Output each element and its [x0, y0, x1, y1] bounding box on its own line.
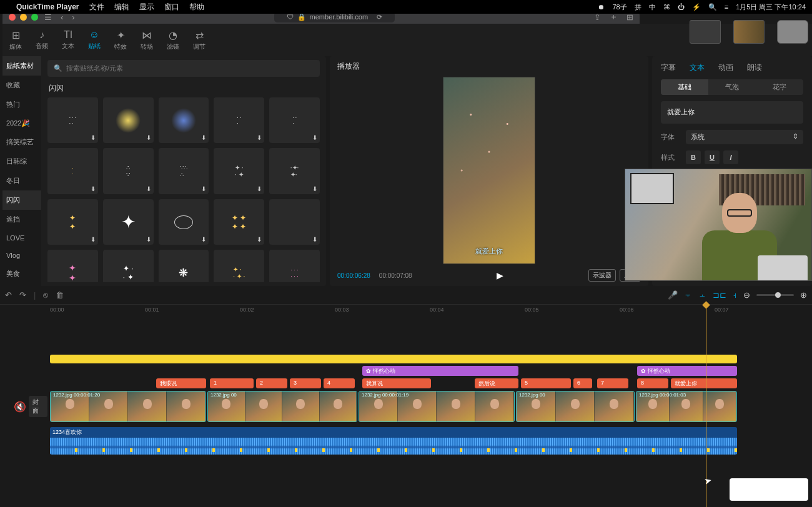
cat-jpkr[interactable]: 日韩综 — [2, 152, 41, 171]
subtitle-clip[interactable]: 就算说 — [362, 378, 431, 388]
subtab-fancy[interactable]: 花字 — [756, 79, 803, 95]
status-battery-icon[interactable]: ⚡ — [692, 3, 701, 11]
sticker-item[interactable]: ⬇ — [269, 199, 320, 245]
status-ime2[interactable]: 中 — [649, 2, 656, 12]
status-cmd-icon[interactable]: ⌘ — [663, 3, 670, 11]
subtitle-clip[interactable]: 3 — [290, 378, 321, 388]
sticker-item[interactable]: ✦⬇ — [103, 199, 154, 245]
subtitle-clip[interactable]: 1 — [210, 378, 254, 388]
zoom-in-icon[interactable]: ⊕ — [800, 290, 807, 300]
desktop-drive[interactable] — [777, 20, 808, 44]
sticker-item[interactable]: · ·⬇ — [47, 148, 98, 194]
video-clip-2[interactable]: 1232.jpg 00 — [207, 391, 357, 422]
desktop-file-1[interactable] — [690, 20, 721, 44]
status-ime1[interactable]: 拼 — [635, 2, 641, 12]
cover-button[interactable]: 封面 — [29, 396, 47, 417]
tab-read[interactable]: 朗读 — [747, 62, 762, 73]
sticker-item[interactable]: ❋⬇ — [159, 250, 209, 282]
audio-clip[interactable]: 1234喜欢你 — [50, 427, 737, 455]
video-clip-5[interactable]: 1232.jpg 00:00:01:03 — [636, 391, 737, 422]
time-ruler[interactable]: 00:00 00:01 00:02 00:03 00:04 00:05 00:0… — [50, 305, 812, 316]
cat-winter[interactable]: 冬日 — [2, 171, 41, 190]
tool-media[interactable]: ⊞媒体 — [2, 24, 29, 56]
sticker-item[interactable]: · ··⬇ — [214, 97, 264, 143]
video-track[interactable]: 🔇 封面 1232.jpg 00:00:01:20 1232.jpg 00 12… — [50, 391, 812, 422]
subtab-bubble[interactable]: 气泡 — [708, 79, 756, 95]
underline-button[interactable]: U — [705, 150, 720, 164]
mic-icon[interactable]: 🎤 — [668, 290, 678, 300]
subtitle-clip[interactable]: 2 — [256, 378, 287, 388]
tool-audio[interactable]: ♪音频 — [29, 24, 55, 56]
tab-subtitle[interactable]: 字幕 — [661, 62, 676, 73]
sticker-item[interactable]: ✦ ·· ✦⬇ — [214, 148, 264, 194]
effect-clip[interactable] — [50, 355, 737, 363]
magnet-icon[interactable]: ⊐⊏ — [713, 290, 726, 300]
close-window-icon[interactable] — [9, 14, 16, 21]
desktop-file-2[interactable] — [733, 20, 765, 44]
tool-filter[interactable]: ◔滤镜 — [160, 24, 186, 56]
sticker-clip[interactable]: ✿ 怦然心动 — [637, 366, 737, 376]
tool-sticker[interactable]: ☺贴纸 — [81, 24, 107, 56]
zoom-out-icon[interactable]: ⊖ — [743, 290, 750, 300]
cat-mask[interactable]: 遮挡 — [2, 210, 41, 229]
play-button[interactable]: ▶ — [421, 270, 580, 280]
cat-love[interactable]: LOVE — [2, 229, 41, 247]
subtitle-clip[interactable]: 8 — [637, 378, 668, 388]
subtitle-track[interactable]: 我眼说1234就算说然后说5678就爱上你 — [50, 378, 812, 388]
sticker-item[interactable]: ✦ ✦✦ ✦⬇ — [214, 199, 264, 245]
video-clip-1[interactable]: 1232.jpg 00:00:01:20 — [50, 391, 206, 422]
subtitle-clip[interactable]: 我眼说 — [156, 378, 206, 388]
preview-subtitle-text[interactable]: 就爱上你 — [443, 247, 535, 256]
status-power-icon[interactable]: ⏻ — [678, 3, 685, 11]
font-select[interactable]: 系统 ⇕ — [686, 130, 803, 144]
sticker-item[interactable]: ✦✦⬇ — [47, 250, 98, 282]
redo-button[interactable]: ↷ — [19, 290, 26, 300]
app-name[interactable]: QuickTime Player — [16, 2, 79, 11]
menu-help[interactable]: 帮助 — [189, 2, 204, 12]
video-clip-4[interactable]: 1232.jpg 00 — [516, 391, 635, 422]
mute-icon[interactable]: 🔇 — [14, 401, 26, 413]
cat-hot[interactable]: 热门 — [2, 95, 41, 114]
status-search-icon[interactable]: 🔍 — [708, 3, 717, 11]
tool-2-icon[interactable]: ⫠ — [698, 290, 706, 300]
maximize-window-icon[interactable] — [31, 14, 38, 21]
video-clip-3[interactable]: 1232.jpg 00:00:01:19 — [359, 391, 515, 422]
sticker-item[interactable]: · · ·· ·⬇ — [47, 97, 98, 143]
subtab-basic[interactable]: 基础 — [661, 79, 708, 95]
italic-button[interactable]: I — [723, 150, 738, 164]
menu-edit[interactable]: 编辑 — [114, 2, 129, 12]
oscilloscope-button[interactable]: 示波器 — [588, 269, 616, 282]
floating-panel[interactable] — [730, 478, 808, 501]
tool-1-icon[interactable]: ⫟ — [684, 290, 692, 300]
menu-file[interactable]: 文件 — [89, 2, 104, 12]
sticker-item[interactable]: · · ·⬇ — [269, 97, 320, 143]
split-button[interactable]: ⎋ — [43, 290, 48, 300]
cat-vlog[interactable]: Vlog — [2, 247, 41, 264]
zoom-slider[interactable] — [756, 294, 794, 296]
subtitle-clip[interactable]: 7 — [597, 378, 628, 388]
tool-transition[interactable]: ⋈转场 — [134, 24, 160, 56]
bold-button[interactable]: B — [686, 150, 701, 164]
sticker-item[interactable]: ∴∵⬇ — [103, 148, 154, 194]
delete-button[interactable]: 🗑 — [56, 290, 64, 300]
sticker-item[interactable]: · · ·· · ·⬇ — [269, 250, 320, 282]
cat-sticker-material[interactable]: 贴纸素材 — [2, 56, 41, 76]
status-datetime[interactable]: 1月5日 周三 下午10:24 — [736, 2, 806, 12]
text-content-input[interactable]: 就爱上你 — [661, 101, 803, 124]
sticker-clip[interactable]: ✿ 怦然心动 — [362, 366, 518, 376]
tool-adjust[interactable]: ⇄调节 — [186, 24, 212, 56]
subtitle-clip[interactable]: 4 — [324, 378, 355, 388]
sticker-track[interactable]: ✿ 怦然心动 ✿ 怦然心动 — [50, 366, 812, 376]
tab-animation[interactable]: 动画 — [718, 62, 733, 73]
status-control-icon[interactable]: ≡ — [725, 3, 728, 11]
status-rec-icon[interactable]: ⏺ — [598, 3, 605, 11]
cat-sparkle[interactable]: 闪闪 — [2, 190, 41, 210]
sticker-item[interactable]: ∵∴∴⬇ — [159, 148, 209, 194]
sticker-item[interactable]: ✦ ✦⬇ — [47, 199, 98, 245]
preview-canvas[interactable]: 就爱上你 — [443, 77, 535, 264]
subtitle-clip[interactable]: 5 — [521, 378, 571, 388]
sticker-search-input[interactable]: 🔍 搜索贴纸名称/元素 — [47, 60, 320, 77]
tool-text[interactable]: TI文本 — [55, 24, 81, 56]
audio-track[interactable]: 1234喜欢你 — [50, 427, 812, 455]
tool-effect[interactable]: ✦特效 — [107, 24, 134, 56]
